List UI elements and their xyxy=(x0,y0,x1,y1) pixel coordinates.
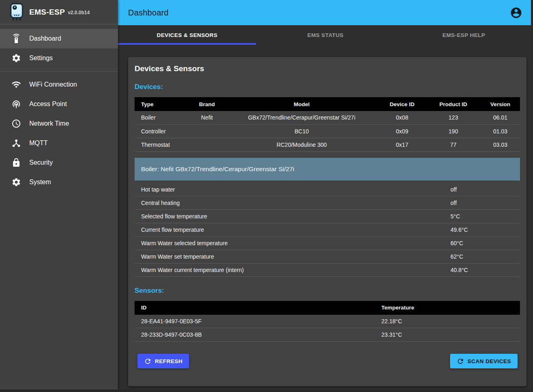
cell-type: Controller xyxy=(135,124,189,138)
cell-model: BC10 xyxy=(225,124,378,138)
col-header-brand: Brand xyxy=(189,97,225,111)
col-header-type: Type xyxy=(135,97,189,111)
detail-label: Selected flow temperature xyxy=(135,213,450,220)
account-circle-icon[interactable] xyxy=(510,7,522,19)
detail-label: Warm Water set temperature xyxy=(135,253,450,260)
app-title: EMS-ESP xyxy=(29,8,65,17)
sidebar-item-label: Settings xyxy=(29,54,53,62)
table-row[interactable]: Controller BC10 0x09 190 01.03 xyxy=(135,124,520,138)
cell-brand xyxy=(189,138,225,151)
list-item: Warm Water current temperature (intern) … xyxy=(135,264,520,277)
sidebar-header: EMS-ESP v2.0.0b14 xyxy=(0,0,118,24)
cell-device-id: 0x17 xyxy=(378,138,426,151)
app-version: v2.0.0b14 xyxy=(68,10,90,15)
detail-label: Warm Water selected temperature xyxy=(135,240,450,246)
cell-brand xyxy=(189,124,225,138)
col-header-version: Version xyxy=(481,97,520,111)
cell-brand: Nefit xyxy=(189,111,225,124)
table-row[interactable]: Boiler Nefit GBx72/Trendline/Cerapur/Gre… xyxy=(135,111,520,124)
list-item: Central heating off xyxy=(135,196,520,210)
detail-value: 40.8°C xyxy=(450,267,468,273)
cell-product-id: 77 xyxy=(426,138,481,151)
sidebar-item-security[interactable]: Security xyxy=(0,153,118,172)
sidebar-item-network-time[interactable]: Network Time xyxy=(0,114,118,133)
devices-heading: Devices: xyxy=(135,83,520,91)
main-column: Dashboard DEVICES & SENSORS EMS STATUS E… xyxy=(118,0,533,390)
cell-model: GBx72/Trendline/Cerapur/Greenstar Si/27i xyxy=(225,111,378,124)
tab-devices-sensors[interactable]: DEVICES & SENSORS xyxy=(118,25,256,45)
sensors-table-header-row: ID Temperature xyxy=(135,301,520,315)
tab-ems-esp-help[interactable]: EMS-ESP HELP xyxy=(395,25,533,45)
cell-version: 06.01 xyxy=(481,111,520,124)
cell-device-id: 0x09 xyxy=(378,124,426,138)
wifi-icon xyxy=(11,80,21,89)
sidebar-item-label: System xyxy=(29,179,51,186)
cell-sensor-temperature: 22.18°C xyxy=(381,315,520,328)
detail-value: off xyxy=(450,186,457,193)
refresh-button[interactable]: REFRESH xyxy=(137,354,189,368)
tab-bar: DEVICES & SENSORS EMS STATUS EMS-ESP HEL… xyxy=(118,25,533,45)
sidebar-item-wifi-connection[interactable]: WiFi Connection xyxy=(0,75,118,94)
list-item: Hot tap water off xyxy=(135,183,520,196)
cell-sensor-id: 28-EA41-9497-0E03-5F xyxy=(135,315,381,328)
table-row[interactable]: Thermostat RC20/Moduline 300 0x17 77 03.… xyxy=(135,138,520,151)
tab-ems-status[interactable]: EMS STATUS xyxy=(256,25,394,45)
sidebar-item-access-point[interactable]: Access Point xyxy=(0,94,118,114)
content-area: Devices & Sensors Devices: Type Brand Mo… xyxy=(118,45,533,390)
page-title: Dashboard xyxy=(128,8,169,17)
detail-value: 49.6°C xyxy=(450,226,468,233)
card-title: Devices & Sensors xyxy=(135,64,520,73)
list-item: Warm Water selected temperature 60°C xyxy=(135,237,520,250)
detail-label: Hot tap water xyxy=(135,186,450,193)
cell-product-id: 123 xyxy=(426,111,481,124)
wifi-tethering-icon xyxy=(11,99,21,109)
cell-device-id: 0x08 xyxy=(378,111,426,124)
detail-value: 60°C xyxy=(450,240,463,246)
gear-icon xyxy=(11,53,21,63)
col-header-product-id: Product ID xyxy=(426,97,481,111)
sidebar-item-settings[interactable]: Settings xyxy=(0,48,118,68)
list-item: Current flow temperature 49.6°C xyxy=(135,223,520,237)
detail-value: 62°C xyxy=(450,253,463,260)
sidebar-item-system[interactable]: System xyxy=(0,172,118,192)
card-actions: REFRESH SCAN DEVICES xyxy=(137,354,518,368)
sidebar-item-label: Access Point xyxy=(29,100,67,108)
device-hub-icon xyxy=(11,138,21,148)
list-item: Warm Water set temperature 62°C xyxy=(135,250,520,264)
sidebar-item-label: Dashboard xyxy=(29,35,61,42)
scrollbar-gutter[interactable] xyxy=(531,0,533,392)
clock-icon xyxy=(11,119,21,128)
sidebar-item-label: WiFi Connection xyxy=(29,81,77,88)
detail-label: Central heating xyxy=(135,200,450,206)
scan-devices-button-label: SCAN DEVICES xyxy=(468,358,511,364)
app-root: EMS-ESP v2.0.0b14 Dashboard Settings WiF… xyxy=(0,0,533,390)
refresh-button-label: REFRESH xyxy=(155,358,183,364)
sidebar-item-label: MQTT xyxy=(29,139,48,147)
cell-sensor-id: 28-233D-9497-0C03-8B xyxy=(135,328,381,342)
sensors-table: ID Temperature 28-EA41-9497-0E03-5F 22.1… xyxy=(135,301,520,342)
sidebar-item-dashboard[interactable]: Dashboard xyxy=(0,29,118,48)
table-row[interactable]: 28-EA41-9497-0E03-5F 22.18°C xyxy=(135,315,520,328)
cell-model: RC20/Moduline 300 xyxy=(225,138,378,151)
sidebar-item-label: Network Time xyxy=(29,120,69,127)
lock-icon xyxy=(11,158,21,168)
devices-sensors-card: Devices & Sensors Devices: Type Brand Mo… xyxy=(128,57,526,386)
sidebar-divider xyxy=(0,71,118,72)
col-header-temperature: Temperature xyxy=(381,301,520,315)
boiler-banner: Boiler: Nefit GBx72/Trendline/Cerapur/Gr… xyxy=(135,158,520,181)
devices-table-header-row: Type Brand Model Device ID Product ID Ve… xyxy=(135,97,520,111)
remote-icon xyxy=(11,34,21,44)
detail-value: off xyxy=(450,200,457,206)
sidebar: EMS-ESP v2.0.0b14 Dashboard Settings WiF… xyxy=(0,0,118,390)
detail-label: Current flow temperature xyxy=(135,226,450,233)
scan-devices-button[interactable]: SCAN DEVICES xyxy=(450,354,518,368)
devices-table: Type Brand Model Device ID Product ID Ve… xyxy=(135,97,520,152)
detail-label: Warm Water current temperature (intern) xyxy=(135,267,450,273)
table-row[interactable]: 28-233D-9497-0C03-8B 23.31°C xyxy=(135,328,520,342)
sidebar-item-label: Security xyxy=(29,159,53,166)
cell-version: 01.03 xyxy=(481,124,520,138)
sidebar-item-mqtt[interactable]: MQTT xyxy=(0,133,118,153)
detail-value: 5°C xyxy=(450,213,460,220)
cell-type: Boiler xyxy=(135,111,189,124)
gear-icon xyxy=(11,177,21,187)
